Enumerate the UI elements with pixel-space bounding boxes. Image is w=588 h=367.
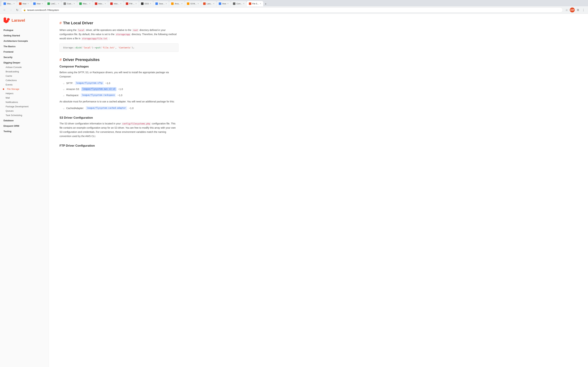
sidebar-item-helpers[interactable]: Helpers bbox=[0, 91, 49, 96]
ftp-config-heading: FTP Driver Configuration bbox=[60, 144, 179, 148]
sidebar-item-task-scheduling[interactable]: Task Scheduling bbox=[0, 113, 49, 117]
sidebar-item-notifications[interactable]: Notifications bbox=[0, 100, 49, 104]
body-text-2: driver, all file operations are relative… bbox=[86, 29, 132, 32]
sidebar-digging-deeper-title[interactable]: Digging Deeper bbox=[0, 60, 49, 65]
sidebar-testing-title[interactable]: Testing bbox=[0, 129, 49, 134]
s3-config-body: The S3 driver configuration information … bbox=[60, 122, 179, 138]
tab-title-7: Inbo... bbox=[98, 3, 104, 5]
tab-17[interactable]: File S... × bbox=[247, 1, 263, 6]
heading-hash-2: # bbox=[60, 58, 62, 62]
local-driver-body: When using the local driver, all file op… bbox=[60, 28, 179, 41]
tab-10[interactable]: OGS × bbox=[139, 1, 153, 6]
tab-14[interactable]: Lara... × bbox=[201, 1, 216, 6]
tab-close-15[interactable]: × bbox=[227, 2, 229, 5]
list-item-s3: ○ Amazon S3: league/flysystem-aws-s3-v3 … bbox=[63, 87, 179, 92]
sidebar-item-file-storage[interactable]: File Storage bbox=[0, 87, 49, 91]
s3-config-heading: S3 Driver Configuration bbox=[60, 116, 179, 119]
url-input[interactable] bbox=[27, 9, 561, 11]
sftp-label: SFTP: bbox=[66, 81, 73, 85]
cached-package: league/flysystem-cached-adapter bbox=[86, 106, 127, 110]
tab-11[interactable]: Sear... × bbox=[153, 1, 169, 6]
back-button[interactable]: ← bbox=[2, 8, 7, 12]
forward-button[interactable]: → bbox=[9, 8, 13, 12]
tab-close-17[interactable]: × bbox=[260, 2, 261, 5]
code-contents-str: 'Contents' bbox=[118, 46, 132, 49]
sidebar-item-queues[interactable]: Queues bbox=[0, 109, 49, 113]
tab-9[interactable]: FW:... × bbox=[124, 1, 139, 6]
local-driver-heading-text: The Local Driver bbox=[63, 21, 93, 25]
heading-hash-1: # bbox=[60, 21, 62, 25]
tab-8[interactable]: Inbo... × bbox=[108, 1, 123, 6]
sidebar-prologue-title[interactable]: Prologue bbox=[0, 28, 49, 33]
tab-title-1: Was... bbox=[7, 3, 12, 5]
list-item-sftp: ○ SFTP: league/flysystem-sftp ~1.0 bbox=[63, 81, 179, 85]
tab-4[interactable]: ListC... × bbox=[45, 1, 61, 6]
tab-close-10[interactable]: × bbox=[150, 2, 151, 5]
tab-close-6[interactable]: × bbox=[89, 2, 90, 5]
sidebar-item-label-package-development: Package Development bbox=[6, 105, 28, 108]
tab-close-11[interactable]: × bbox=[165, 2, 167, 5]
tab-16[interactable]: Com... × bbox=[231, 1, 246, 6]
cached-label: CachedAdapter: bbox=[66, 106, 84, 110]
tab-close-13[interactable]: × bbox=[198, 2, 199, 5]
tab-close-3[interactable]: × bbox=[42, 2, 43, 5]
sidebar-item-broadcasting[interactable]: Broadcasting bbox=[0, 69, 49, 74]
tab-6[interactable]: Was... × bbox=[77, 1, 93, 6]
tab-close-8[interactable]: × bbox=[120, 2, 121, 5]
sidebar-item-collections[interactable]: Collections bbox=[0, 78, 49, 83]
sidebar-getting-started-title[interactable]: Getting Started bbox=[0, 33, 49, 38]
bullet-icon-s3: ○ bbox=[63, 88, 64, 92]
tab-13[interactable]: S3 M... × bbox=[185, 1, 201, 6]
s3-package-highlight: league/flysystem-aws-s3-v3 bbox=[81, 87, 116, 91]
sidebar-architecture-title[interactable]: Architecture Concepts bbox=[0, 39, 49, 43]
tab-5[interactable]: Cust... × bbox=[61, 1, 77, 6]
profile-button[interactable]: ASP bbox=[570, 8, 575, 12]
tab-15[interactable]: How × bbox=[217, 1, 231, 6]
menu-button[interactable]: ⋮ bbox=[581, 8, 586, 12]
sidebar-basics-title[interactable]: The Basics bbox=[0, 44, 49, 49]
tab-title-6: Was... bbox=[83, 3, 88, 5]
tab-favicon-3 bbox=[33, 2, 36, 5]
bookmark-button[interactable]: ☆ bbox=[564, 8, 569, 12]
tab-title-16: Com... bbox=[236, 3, 242, 5]
code-paren2: )-> bbox=[92, 46, 96, 49]
sidebar-item-label-broadcasting: Broadcasting bbox=[6, 70, 19, 73]
tab-close-12[interactable]: × bbox=[181, 2, 182, 5]
sidebar-item-mail[interactable]: Mail bbox=[0, 96, 49, 100]
sidebar-security-title[interactable]: Security bbox=[0, 55, 49, 60]
sidebar-item-artisan[interactable]: Artisan Console bbox=[0, 65, 49, 69]
new-tab-button[interactable]: + bbox=[263, 2, 268, 6]
sidebar-database-title[interactable]: Database bbox=[0, 118, 49, 123]
tab-3[interactable]: How × bbox=[31, 1, 45, 6]
storage-app-code: storage/app bbox=[115, 33, 131, 36]
reload-button[interactable]: ↻ bbox=[15, 8, 20, 12]
tab-2[interactable]: How × bbox=[17, 1, 31, 6]
tab-favicon-2 bbox=[19, 2, 22, 5]
tab-close-14[interactable]: × bbox=[213, 2, 214, 5]
list-item-rackspace: ○ Rackspace: league/flysystem-rackspace … bbox=[63, 93, 179, 98]
sidebar-logo[interactable]: Laravel bbox=[0, 17, 49, 28]
tab-close-7[interactable]: × bbox=[105, 2, 106, 5]
tab-close-2[interactable]: × bbox=[28, 2, 29, 5]
tab-close-5[interactable]: × bbox=[74, 2, 75, 5]
address-bar[interactable]: 🔒 bbox=[21, 7, 563, 13]
tab-title-2: How bbox=[23, 3, 26, 5]
sidebar-item-package-development[interactable]: Package Development bbox=[0, 104, 49, 109]
tab-close-1[interactable]: × bbox=[13, 2, 15, 5]
tab-title-17: File S... bbox=[252, 3, 259, 5]
sidebar-item-events[interactable]: Events bbox=[0, 83, 49, 87]
tab-7[interactable]: Inbo... × bbox=[93, 1, 108, 6]
driver-prerequisites-heading: # Driver Prerequisites bbox=[60, 58, 179, 62]
tab-close-4[interactable]: × bbox=[58, 2, 59, 5]
extensions-button[interactable]: ⧉ bbox=[575, 8, 580, 12]
sidebar-eloquent-title[interactable]: Eloquent ORM bbox=[0, 124, 49, 128]
tab-12[interactable]: Ama... × bbox=[169, 1, 185, 6]
sidebar-item-cache[interactable]: Cache bbox=[0, 74, 49, 78]
sidebar-item-label-collections: Collections bbox=[6, 79, 17, 82]
sidebar-section-basics: The Basics bbox=[0, 44, 49, 49]
tab-close-16[interactable]: × bbox=[243, 2, 244, 5]
tab-title-10: OGS bbox=[145, 3, 149, 5]
sidebar-frontend-title[interactable]: Frontend bbox=[0, 50, 49, 54]
tab-close-9[interactable]: × bbox=[135, 2, 137, 5]
tab-1[interactable]: Was... × bbox=[1, 1, 17, 6]
